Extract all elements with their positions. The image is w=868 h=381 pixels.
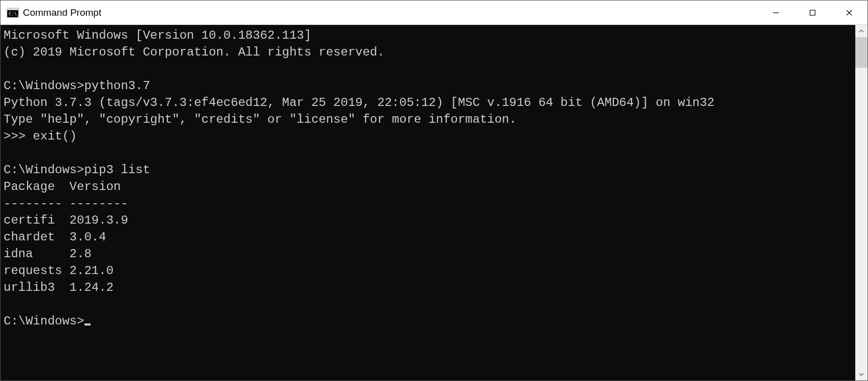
minimize-button[interactable] bbox=[758, 1, 794, 24]
window-controls bbox=[758, 1, 867, 24]
maximize-button[interactable] bbox=[794, 1, 831, 24]
vertical-scrollbar[interactable] bbox=[855, 25, 867, 380]
svg-text:C:\_: C:\_ bbox=[9, 11, 19, 16]
scroll-up-arrow-icon[interactable] bbox=[855, 25, 867, 37]
scroll-down-arrow-icon[interactable] bbox=[855, 368, 867, 380]
close-button[interactable] bbox=[831, 1, 867, 24]
command-prompt-icon: C:\_ bbox=[7, 7, 19, 19]
cursor bbox=[84, 323, 91, 325]
window-title: Command Prompt bbox=[23, 7, 758, 18]
svg-rect-1 bbox=[7, 8, 18, 10]
svg-rect-4 bbox=[810, 10, 815, 15]
command-prompt-window: C:\_ Command Prompt Microsoft Windows [V… bbox=[0, 0, 868, 381]
scroll-thumb[interactable] bbox=[855, 37, 867, 68]
content-area: Microsoft Windows [Version 10.0.18362.11… bbox=[1, 25, 867, 380]
titlebar[interactable]: C:\_ Command Prompt bbox=[1, 1, 867, 25]
scroll-track[interactable] bbox=[855, 37, 867, 368]
terminal-output[interactable]: Microsoft Windows [Version 10.0.18362.11… bbox=[1, 25, 855, 380]
